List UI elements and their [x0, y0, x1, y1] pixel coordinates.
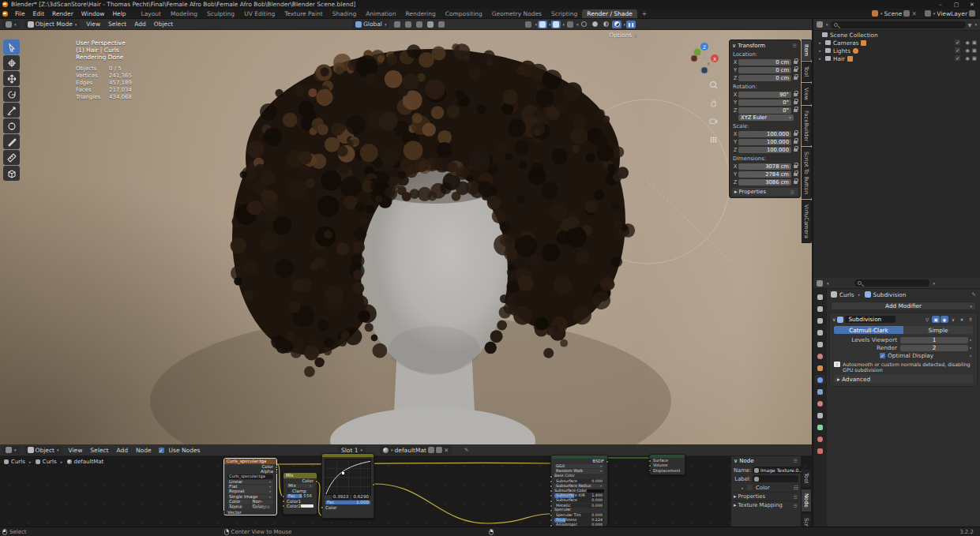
- viewport-canvas[interactable]: User Perspective (1) Hair | Curls Render…: [0, 30, 812, 444]
- location-x-field[interactable]: 0 cm: [738, 59, 791, 66]
- location-y-field[interactable]: 0 cm: [738, 67, 791, 73]
- node-rgb-curves[interactable]: 0.39230.6290Fac1.000Color: [321, 453, 374, 519]
- blend-mode-dropdown[interactable]: Mix▾: [287, 484, 314, 489]
- render-pause-button[interactable]: ❚❚: [626, 21, 636, 28]
- viewport-menu-object[interactable]: Object: [150, 21, 177, 28]
- breadcrumb-object[interactable]: Curls: [839, 291, 854, 298]
- toggle-checkbox-icon[interactable]: ✓: [955, 47, 960, 53]
- input-socket[interactable]: [550, 500, 553, 503]
- input-socket[interactable]: [282, 500, 285, 503]
- color2-swatch[interactable]: [301, 504, 314, 508]
- pin-icon[interactable]: ✎: [464, 447, 468, 453]
- transform-panel-header[interactable]: ∨ Transform☰: [732, 43, 798, 49]
- shading-rendered-button[interactable]: [612, 21, 621, 28]
- dimensions-y-field[interactable]: 2784 cm: [738, 171, 791, 178]
- dimensions-x-lock-icon[interactable]: [794, 165, 798, 168]
- shader-tab-tool[interactable]: Tool: [802, 468, 812, 488]
- shader-menu-node[interactable]: Node: [132, 447, 156, 454]
- fac-slider[interactable]: Fac0.556: [287, 494, 314, 499]
- breadcrumb-item[interactable]: Curls: [43, 459, 57, 465]
- modifier-close-icon[interactable]: ✕: [958, 316, 966, 323]
- shader-tab-node[interactable]: Node: [802, 489, 812, 512]
- rotation-x-lock-icon[interactable]: [794, 93, 798, 96]
- properties-tab-view-layer[interactable]: [815, 328, 825, 337]
- input-socket[interactable]: [550, 489, 553, 493]
- list-icon[interactable]: ☷: [794, 485, 798, 491]
- node-mix[interactable]: MixColorMix▾ClampFac0.556Color1Color2: [283, 472, 317, 515]
- properties-tab-tool[interactable]: [815, 292, 825, 302]
- input-socket[interactable]: [282, 495, 285, 498]
- view-layer-selector[interactable]: ▾ ViewLayer: [925, 10, 975, 17]
- input-socket[interactable]: [648, 464, 651, 467]
- toggle-eye-icon[interactable]: ◉: [965, 39, 970, 46]
- output-socket[interactable]: [372, 483, 375, 486]
- tool-scale[interactable]: [3, 103, 20, 118]
- tool-cursor[interactable]: [3, 55, 20, 70]
- param-slider-subsurface-anisotropy[interactable]: Subsurface Anisotropy0.000: [554, 498, 604, 503]
- location-z-field[interactable]: 0 cm: [738, 75, 791, 81]
- properties-tab-particles[interactable]: [815, 387, 825, 396]
- advanced-panel-collapsed[interactable]: ▸ Advanced: [834, 375, 973, 383]
- properties-search-input[interactable]: [854, 279, 929, 287]
- param-slider-subsurface-ior[interactable]: Subsurface IOR1.400: [554, 493, 604, 498]
- param-slider-specular-tint[interactable]: Specular Tint0.000: [554, 513, 604, 518]
- curve-tools-icon[interactable]: [329, 496, 329, 500]
- outliner-row-scene-collection[interactable]: Scene Collection: [813, 31, 980, 39]
- fac-slider[interactable]: Fac1.000: [325, 500, 370, 505]
- minimize-button[interactable]: –: [933, 2, 948, 8]
- menu-help[interactable]: Help: [108, 10, 130, 17]
- add-workspace-button[interactable]: +: [637, 9, 651, 18]
- new-layer-icon[interactable]: [969, 10, 975, 17]
- shader-mode-dropdown[interactable]: Object▾: [24, 446, 62, 455]
- npanel-tab-tool[interactable]: Tool: [802, 62, 812, 81]
- scale-y-lock-icon[interactable]: [794, 141, 798, 144]
- material-selector[interactable]: ▾defaultMat✕: [380, 446, 452, 455]
- tool-annotate[interactable]: [3, 134, 20, 149]
- outliner-search-input[interactable]: [831, 21, 966, 28]
- shader-editor-type-button[interactable]: ▾: [2, 446, 20, 454]
- param-dropdown[interactable]: Subsurface Radius▾: [554, 484, 604, 489]
- outliner-filter-icon[interactable]: [817, 21, 823, 28]
- param-slider-subsurface[interactable]: Subsurface0.000: [554, 479, 604, 484]
- scale-x-lock-icon[interactable]: [794, 133, 798, 136]
- expand-icon[interactable]: ▸: [817, 48, 823, 53]
- unlink-material-icon[interactable]: ✕: [444, 447, 449, 454]
- input-socket[interactable]: [550, 485, 553, 488]
- expand-icon[interactable]: ▸: [817, 56, 823, 61]
- object-visibility-dropdown[interactable]: [524, 21, 533, 28]
- scale-y-field[interactable]: 100.000: [738, 139, 791, 145]
- scene-selector[interactable]: ▾ Scene ✕: [872, 10, 917, 17]
- workspace-tab-rendering[interactable]: Rendering: [400, 9, 440, 18]
- rotation-y-lock-icon[interactable]: [794, 101, 798, 104]
- input-socket[interactable]: [550, 504, 553, 508]
- expand-icon[interactable]: ▸: [817, 40, 823, 45]
- output-socket[interactable]: [606, 460, 609, 463]
- output-socket[interactable]: [275, 466, 278, 469]
- curve-zoom-out-icon[interactable]: [327, 496, 328, 500]
- viewport-menu-add[interactable]: Add: [130, 21, 150, 28]
- color-row[interactable]: ▸Color☷: [734, 483, 798, 492]
- output-socket[interactable]: [275, 470, 278, 474]
- location-y-lock-icon[interactable]: [794, 69, 798, 72]
- input-socket[interactable]: [550, 514, 553, 517]
- outliner-row-cameras[interactable]: ▸Cameras✓◉▣: [813, 39, 980, 47]
- dimensions-y-lock-icon[interactable]: [794, 173, 798, 176]
- type-button-catmull-clark[interactable]: Catmull-Clark: [834, 326, 903, 334]
- tool-tweak-select[interactable]: [3, 39, 20, 54]
- nav-zoom-button[interactable]: [709, 77, 718, 92]
- node-material-output[interactable]: SurfaceVolumeDisplacement: [649, 454, 685, 475]
- input-socket[interactable]: [321, 506, 324, 509]
- toggle-eye-icon[interactable]: ◉: [965, 47, 970, 54]
- npanel-tab-virtucamera[interactable]: VirtuCamera: [802, 200, 812, 243]
- type-button-simple[interactable]: Simple: [903, 326, 973, 334]
- input-socket[interactable]: [550, 475, 553, 478]
- npanel-tab-view[interactable]: View: [802, 83, 812, 105]
- nav-camera-view-button[interactable]: [709, 114, 718, 129]
- node-header[interactable]: Curls_specular.tga: [224, 459, 276, 464]
- location-x-lock-icon[interactable]: [794, 61, 798, 64]
- scale-x-field[interactable]: 100.000: [738, 131, 791, 137]
- editor-type-button[interactable]: ▾: [2, 21, 20, 28]
- orientation-dropdown[interactable]: Global▾: [352, 20, 389, 28]
- tool-measure[interactable]: [3, 150, 20, 165]
- workspace-tab-animation[interactable]: Animation: [361, 9, 400, 18]
